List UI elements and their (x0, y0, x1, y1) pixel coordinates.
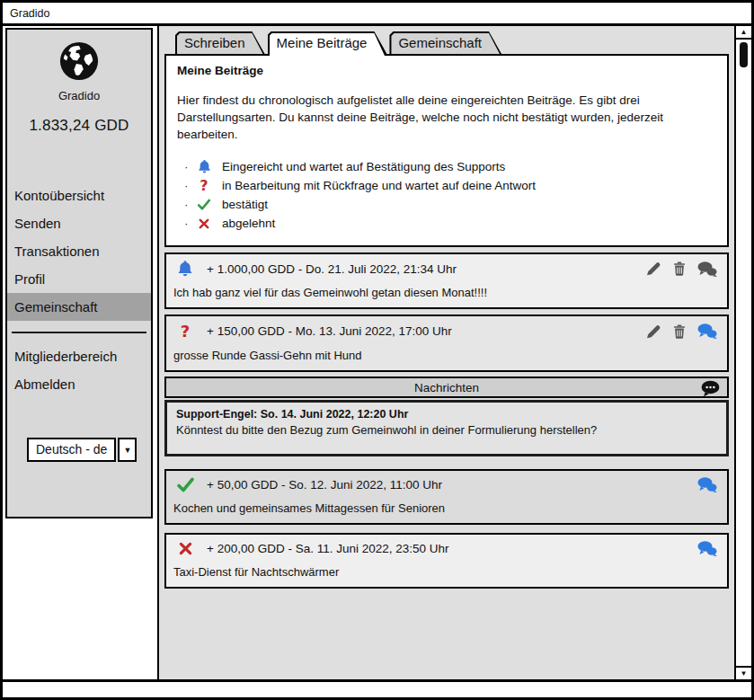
edit-button[interactable] (644, 260, 662, 278)
message-body: Könntest du bitte den Bezug zum Gemeinwo… (176, 423, 717, 437)
entry-description: Kochen und gemeinsames Mittagessen für S… (172, 501, 722, 515)
page-title: Meine Beiträge (177, 64, 716, 77)
message-title: Support-Engel: So. 14. Juni 2022, 12:20 … (176, 408, 717, 421)
sidebar-divider (12, 332, 146, 333)
tab-gemeinschaft[interactable]: Gemeinschaft (389, 31, 501, 54)
x-icon (193, 217, 215, 230)
entry-description: Ich hab ganz viel für das Gemeinwohl get… (172, 286, 722, 299)
edit-button[interactable] (644, 323, 662, 341)
support-message: Support-Engel: So. 14. Juni 2022, 12:20 … (164, 400, 729, 456)
sidebar-item-abmelden[interactable]: Abmelden (7, 370, 151, 398)
chat-button[interactable] (696, 261, 718, 278)
messages-header-label: Nachrichten (414, 381, 479, 394)
bell-icon (193, 159, 215, 174)
vertical-scrollbar[interactable]: ▲ ▼ (734, 26, 751, 679)
x-icon (174, 541, 196, 556)
sidebar-item-gemeinschaft[interactable]: Gemeinschaft (7, 293, 151, 321)
intro-panel: Meine Beiträge Hier findest du chronolog… (164, 54, 729, 247)
contribution-entry: + 200,00 GDD - Sa. 11. Juni 2022, 23:50 … (164, 533, 729, 589)
intro-text: Hier findest du chronologisch aufgeliste… (177, 92, 716, 143)
sidebar-item-profil[interactable]: Profil (7, 265, 151, 293)
legend-item-bestaetigt: · bestätigt (184, 195, 716, 214)
tab-bar: Schreiben Meine Beiträge Gemeinschaft (159, 31, 734, 54)
window-titlebar: Gradido (3, 3, 751, 26)
globe-icon (58, 69, 100, 84)
legend-item-abgelehnt: · abgelehnt (184, 214, 716, 233)
contribution-entry: ? + 150,00 GDD - Mo. 13. Juni 2022, 17:0… (164, 315, 729, 372)
app-window: Gradido Gradido (0, 0, 754, 700)
delete-button[interactable] (671, 260, 687, 278)
check-icon (193, 199, 215, 211)
tab-schreiben[interactable]: Schreiben (175, 31, 265, 54)
main-area: Gradido 1.833,24 GDD Kontoübersicht Send… (3, 26, 751, 679)
language-select[interactable]: Deutsch - de ▼ (27, 438, 137, 462)
legend-item-eingereicht: · Eingereicht und wartet auf Bestätigung… (184, 157, 716, 176)
check-icon (174, 477, 196, 493)
messages-header: Nachrichten (164, 377, 729, 398)
delete-button[interactable] (671, 323, 687, 341)
content-area: Schreiben Meine Beiträge Gemeinschaft Me… (157, 26, 734, 679)
entry-header-line: + 1.000,00 GDD - Do. 21. Juli 2022, 21:3… (207, 262, 457, 276)
chevron-down-icon[interactable]: ▼ (118, 438, 137, 462)
language-select-value[interactable]: Deutsch - de (27, 438, 116, 462)
sidebar-item-senden[interactable]: Senden (7, 209, 151, 237)
sidebar-item-transaktionen[interactable]: Transaktionen (7, 237, 151, 265)
messages-section: Nachrichten Support-Engel: So. 14. Juni … (164, 377, 729, 456)
legend-item-rueckfrage: · ? in Bearbeitung mit Rückfrage und war… (184, 176, 716, 195)
window-title: Gradido (10, 7, 49, 20)
question-icon: ? (193, 177, 215, 194)
status-legend: · Eingereicht und wartet auf Bestätigung… (184, 157, 716, 233)
contribution-entry: + 50,00 GDD - So. 12. Juni 2022, 11:00 U… (164, 469, 729, 525)
scroll-down-icon[interactable]: ▼ (736, 666, 751, 679)
logo-wrap: Gradido (7, 40, 151, 102)
contribution-entry: + 1.000,00 GDD - Do. 21. Juli 2022, 21:3… (164, 253, 729, 309)
entry-header-line: + 200,00 GDD - Sa. 11. Juni 2022, 23:50 … (207, 542, 449, 555)
sidebar-item-mitgliederbereich[interactable]: Mitgliederbereich (7, 342, 151, 370)
sidebar-item-kontouebersicht[interactable]: Kontoübersicht (7, 182, 151, 209)
question-icon: ? (174, 322, 196, 341)
chat-button[interactable] (696, 323, 718, 340)
sidebar-secondary-nav: Mitgliederbereich Abmelden (7, 342, 151, 398)
sidebar-column: Gradido 1.833,24 GDD Kontoübersicht Send… (3, 26, 157, 679)
tab-meine-beitraege[interactable]: Meine Beiträge (268, 31, 387, 54)
entry-header-line: + 50,00 GDD - So. 12. Juni 2022, 11:00 U… (207, 478, 442, 492)
entry-header-line: + 150,00 GDD - Mo. 13. Juni 2022, 17:00 … (207, 324, 452, 338)
chat-button[interactable] (696, 476, 718, 493)
chat-dots-icon[interactable] (699, 379, 722, 401)
scrollbar-thumb[interactable] (740, 42, 748, 67)
sidebar: Gradido 1.833,24 GDD Kontoübersicht Send… (5, 28, 153, 518)
bell-icon (174, 260, 196, 278)
window-bottom-bar (3, 679, 751, 697)
chat-button[interactable] (696, 540, 718, 557)
sidebar-nav: Kontoübersicht Senden Transaktionen Prof… (7, 182, 151, 321)
scroll-up-icon[interactable]: ▲ (736, 26, 751, 40)
balance-amount: 1.833,24 GDD (7, 117, 151, 135)
logo-label: Gradido (7, 89, 151, 102)
entry-description: grosse Runde Gassi-Gehn mit Hund (172, 349, 722, 362)
entry-description: Taxi-Dienst für Nachtschwärmer (172, 565, 722, 579)
